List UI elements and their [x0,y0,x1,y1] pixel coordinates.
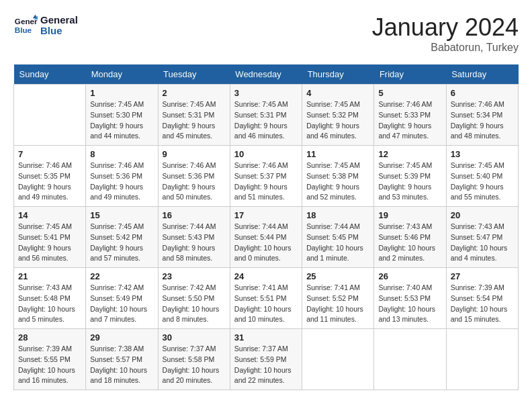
calendar-cell: 16Sunrise: 7:44 AM Sunset: 5:43 PM Dayli… [158,207,230,268]
day-info: Sunrise: 7:45 AM Sunset: 5:38 PM Dayligh… [306,161,369,203]
day-number: 6 [451,88,514,98]
day-header-saturday: Saturday [446,64,518,85]
day-number: 25 [306,271,369,281]
day-number: 27 [451,271,514,281]
calendar-cell: 10Sunrise: 7:46 AM Sunset: 5:37 PM Dayli… [230,146,302,207]
calendar-cell: 12Sunrise: 7:45 AM Sunset: 5:39 PM Dayli… [374,146,446,207]
logo-text-blue: Blue [40,26,78,37]
calendar-cell: 8Sunrise: 7:46 AM Sunset: 5:36 PM Daylig… [86,146,158,207]
day-info: Sunrise: 7:42 AM Sunset: 5:49 PM Dayligh… [90,283,153,325]
day-info: Sunrise: 7:46 AM Sunset: 5:36 PM Dayligh… [90,161,153,203]
day-info: Sunrise: 7:37 AM Sunset: 5:59 PM Dayligh… [234,344,298,386]
day-info: Sunrise: 7:45 AM Sunset: 5:31 PM Dayligh… [163,99,226,142]
logo-text-general: General [40,15,78,26]
day-info: Sunrise: 7:43 AM Sunset: 5:47 PM Dayligh… [451,222,514,264]
calendar-cell [446,329,518,390]
calendar-cell: 1Sunrise: 7:45 AM Sunset: 5:30 PM Daylig… [86,85,158,146]
title-block: January 2024 Babatorun, Turkey [372,13,519,54]
calendar-cell: 2Sunrise: 7:45 AM Sunset: 5:31 PM Daylig… [158,85,230,146]
day-number: 14 [18,210,81,220]
day-info: Sunrise: 7:38 AM Sunset: 5:57 PM Dayligh… [90,344,153,386]
logo-icon: General Blue [13,13,38,38]
day-header-friday: Friday [374,64,446,85]
calendar-cell: 11Sunrise: 7:45 AM Sunset: 5:38 PM Dayli… [302,146,374,207]
day-info: Sunrise: 7:46 AM Sunset: 5:33 PM Dayligh… [378,99,441,142]
month-title: January 2024 [372,13,519,42]
calendar-cell: 5Sunrise: 7:46 AM Sunset: 5:33 PM Daylig… [374,85,446,146]
day-number: 11 [306,149,369,159]
calendar-cell: 24Sunrise: 7:41 AM Sunset: 5:51 PM Dayli… [230,268,302,329]
logo: General Blue General Blue [13,13,78,38]
day-info: Sunrise: 7:37 AM Sunset: 5:58 PM Dayligh… [163,344,226,386]
day-info: Sunrise: 7:46 AM Sunset: 5:34 PM Dayligh… [451,99,514,142]
day-info: Sunrise: 7:46 AM Sunset: 5:37 PM Dayligh… [234,161,298,203]
day-info: Sunrise: 7:40 AM Sunset: 5:53 PM Dayligh… [378,283,441,325]
day-info: Sunrise: 7:46 AM Sunset: 5:36 PM Dayligh… [163,161,226,203]
calendar-cell: 25Sunrise: 7:41 AM Sunset: 5:52 PM Dayli… [302,268,374,329]
day-number: 8 [90,149,153,159]
day-info: Sunrise: 7:45 AM Sunset: 5:30 PM Dayligh… [90,99,153,142]
location-title: Babatorun, Turkey [372,42,519,54]
calendar-cell [302,329,374,390]
calendar-cell [374,329,446,390]
calendar-cell: 9Sunrise: 7:46 AM Sunset: 5:36 PM Daylig… [158,146,230,207]
day-number: 1 [90,88,153,98]
calendar-cell: 23Sunrise: 7:42 AM Sunset: 5:50 PM Dayli… [158,268,230,329]
day-number: 16 [163,210,226,220]
calendar-cell: 13Sunrise: 7:45 AM Sunset: 5:40 PM Dayli… [446,146,518,207]
calendar-cell [14,85,86,146]
day-header-monday: Monday [86,64,158,85]
day-number: 5 [378,88,441,98]
day-number: 23 [163,271,226,281]
page-header: General Blue General Blue January 2024 B… [13,13,519,54]
day-number: 15 [90,210,153,220]
day-info: Sunrise: 7:41 AM Sunset: 5:51 PM Dayligh… [234,283,298,325]
day-info: Sunrise: 7:44 AM Sunset: 5:45 PM Dayligh… [306,222,369,264]
calendar-cell: 7Sunrise: 7:46 AM Sunset: 5:35 PM Daylig… [14,146,86,207]
calendar-cell: 19Sunrise: 7:43 AM Sunset: 5:46 PM Dayli… [374,207,446,268]
day-number: 2 [163,88,226,98]
day-info: Sunrise: 7:45 AM Sunset: 5:42 PM Dayligh… [90,222,153,264]
day-number: 12 [378,149,441,159]
day-number: 10 [234,149,298,159]
calendar-cell: 3Sunrise: 7:45 AM Sunset: 5:31 PM Daylig… [230,85,302,146]
day-info: Sunrise: 7:45 AM Sunset: 5:39 PM Dayligh… [378,161,441,203]
calendar-cell: 28Sunrise: 7:39 AM Sunset: 5:55 PM Dayli… [14,329,86,390]
day-info: Sunrise: 7:45 AM Sunset: 5:31 PM Dayligh… [234,99,298,142]
day-info: Sunrise: 7:39 AM Sunset: 5:55 PM Dayligh… [18,344,81,386]
day-header-sunday: Sunday [14,64,86,85]
day-number: 28 [18,332,81,342]
calendar-cell: 6Sunrise: 7:46 AM Sunset: 5:34 PM Daylig… [446,85,518,146]
day-info: Sunrise: 7:39 AM Sunset: 5:54 PM Dayligh… [451,283,514,325]
day-number: 24 [234,271,298,281]
day-number: 22 [90,271,153,281]
day-info: Sunrise: 7:46 AM Sunset: 5:35 PM Dayligh… [18,161,81,203]
calendar-cell: 22Sunrise: 7:42 AM Sunset: 5:49 PM Dayli… [86,268,158,329]
day-info: Sunrise: 7:44 AM Sunset: 5:44 PM Dayligh… [234,222,298,264]
day-info: Sunrise: 7:41 AM Sunset: 5:52 PM Dayligh… [306,283,369,325]
day-number: 20 [451,210,514,220]
svg-text:Blue: Blue [15,26,32,34]
calendar-cell: 29Sunrise: 7:38 AM Sunset: 5:57 PM Dayli… [86,329,158,390]
day-info: Sunrise: 7:44 AM Sunset: 5:43 PM Dayligh… [163,222,226,264]
calendar-cell: 17Sunrise: 7:44 AM Sunset: 5:44 PM Dayli… [230,207,302,268]
day-number: 29 [90,332,153,342]
calendar-cell: 18Sunrise: 7:44 AM Sunset: 5:45 PM Dayli… [302,207,374,268]
calendar-cell: 4Sunrise: 7:45 AM Sunset: 5:32 PM Daylig… [302,85,374,146]
day-number: 17 [234,210,298,220]
calendar-cell: 14Sunrise: 7:45 AM Sunset: 5:41 PM Dayli… [14,207,86,268]
day-number: 3 [234,88,298,98]
day-number: 19 [378,210,441,220]
day-number: 18 [306,210,369,220]
day-number: 13 [451,149,514,159]
calendar-cell: 31Sunrise: 7:37 AM Sunset: 5:59 PM Dayli… [230,329,302,390]
calendar-cell: 30Sunrise: 7:37 AM Sunset: 5:58 PM Dayli… [158,329,230,390]
calendar-cell: 15Sunrise: 7:45 AM Sunset: 5:42 PM Dayli… [86,207,158,268]
day-number: 9 [163,149,226,159]
day-info: Sunrise: 7:43 AM Sunset: 5:46 PM Dayligh… [378,222,441,264]
day-info: Sunrise: 7:45 AM Sunset: 5:41 PM Dayligh… [18,222,81,264]
calendar-cell: 20Sunrise: 7:43 AM Sunset: 5:47 PM Dayli… [446,207,518,268]
day-header-wednesday: Wednesday [230,64,302,85]
day-number: 31 [234,332,298,342]
day-number: 7 [18,149,81,159]
